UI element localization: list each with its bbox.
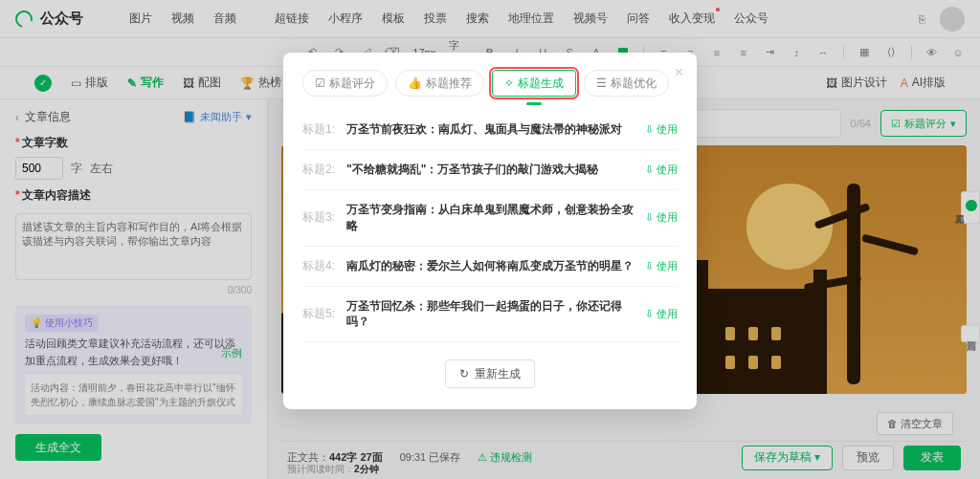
row-index: 标题5: [302,306,337,322]
modal-tab-optimize[interactable]: ☰标题优化 [584,70,669,97]
use-button[interactable]: ⇩ 使用 [645,163,678,177]
use-button[interactable]: ⇩ 使用 [645,122,678,137]
modal-tab-generate[interactable]: ✧标题生成 [492,70,576,97]
row-index: 标题2: [302,162,337,178]
title-generator-modal: × ☑标题评分 👍标题推荐 ✧标题生成 ☰标题优化 标题1:万圣节前夜狂欢：南瓜… [283,53,697,409]
row-text: 万圣节变身指南：从白床单鬼到黑魔术师，创意装扮全攻略 [346,202,635,234]
title-suggestion-row: 标题5:万圣节回忆杀：那些年我们一起捣蛋的日子，你还记得吗？⇩ 使用 [302,287,678,343]
title-suggestion-row: 标题3:万圣节变身指南：从白床单鬼到黑魔术师，创意装扮全攻略⇩ 使用 [302,190,678,247]
title-suggestion-row: 标题4:南瓜灯的秘密：爱尔兰人如何将南瓜变成万圣节的明星？⇩ 使用 [302,247,678,287]
close-icon[interactable]: × [675,64,683,81]
row-index: 标题4: [302,258,337,274]
use-button[interactable]: ⇩ 使用 [645,307,678,321]
row-text: 万圣节前夜狂欢：南瓜灯、鬼面具与魔法帚的神秘派对 [346,121,635,138]
modal-tab-recommend[interactable]: 👍标题推荐 [395,70,484,97]
row-text: 南瓜灯的秘密：爱尔兰人如何将南瓜变成万圣节的明星？ [346,258,635,274]
use-button[interactable]: ⇩ 使用 [645,259,678,273]
title-suggestion-row: 标题2:"不给糖就捣乱"：万圣节孩子们的敲门游戏大揭秘⇩ 使用 [302,150,678,190]
row-index: 标题3: [302,209,337,226]
modal-overlay: × ☑标题评分 👍标题推荐 ✧标题生成 ☰标题优化 标题1:万圣节前夜狂欢：南瓜… [0,0,980,479]
row-text: "不给糖就捣乱"：万圣节孩子们的敲门游戏大揭秘 [346,162,635,178]
title-suggestion-row: 标题1:万圣节前夜狂欢：南瓜灯、鬼面具与魔法帚的神秘派对⇩ 使用 [302,110,678,150]
row-text: 万圣节回忆杀：那些年我们一起捣蛋的日子，你还记得吗？ [346,298,635,331]
modal-tab-score[interactable]: ☑标题评分 [302,70,388,97]
regenerate-button[interactable]: ↻ 重新生成 [445,359,535,388]
use-button[interactable]: ⇩ 使用 [645,210,678,225]
row-index: 标题1: [302,121,337,138]
